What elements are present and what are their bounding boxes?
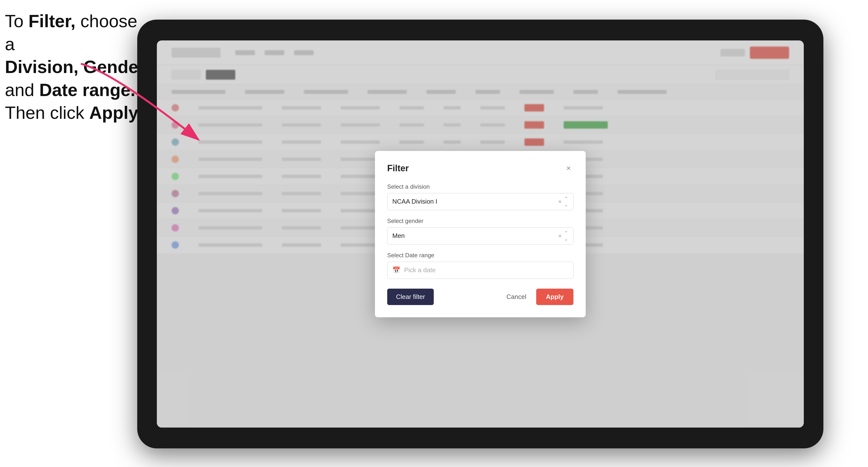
date-range-label: Select Date range bbox=[387, 252, 574, 259]
date-placeholder: Pick a date bbox=[404, 266, 436, 274]
division-arrow-icon: ⌃⌄ bbox=[564, 196, 568, 208]
filter-modal: Filter × Select a division NCAA Division… bbox=[375, 151, 586, 317]
gender-field: Select gender Men × ⌃⌄ bbox=[387, 218, 574, 245]
gender-select-value: Men bbox=[392, 232, 405, 240]
instruction-text: To Filter, choose a Division, Gender and… bbox=[5, 10, 152, 124]
apply-button[interactable]: Apply bbox=[536, 289, 574, 305]
division-select-controls: × ⌃⌄ bbox=[558, 196, 568, 208]
division-select[interactable]: NCAA Division I × ⌃⌄ bbox=[387, 193, 574, 210]
tablet-screen: Filter × Select a division NCAA Division… bbox=[157, 40, 804, 428]
modal-header: Filter × bbox=[387, 163, 574, 174]
instruction-bold-apply: Apply. bbox=[89, 103, 142, 123]
cancel-button[interactable]: Cancel bbox=[502, 289, 531, 305]
modal-overlay: Filter × Select a division NCAA Division… bbox=[157, 40, 804, 428]
instruction-bold-date: Date range. bbox=[39, 80, 135, 100]
division-clear-icon[interactable]: × bbox=[558, 198, 562, 205]
tablet-device: Filter × Select a division NCAA Division… bbox=[137, 20, 824, 448]
modal-footer-left: Clear filter bbox=[387, 289, 434, 305]
gender-clear-icon[interactable]: × bbox=[558, 232, 562, 239]
date-range-input[interactable]: 📅 Pick a date bbox=[387, 262, 574, 279]
gender-label: Select gender bbox=[387, 218, 574, 224]
instruction-bold-division-gender: Division, Gender bbox=[5, 57, 145, 77]
modal-footer-right: Cancel Apply bbox=[502, 289, 574, 305]
gender-select-controls: × ⌃⌄ bbox=[558, 230, 568, 242]
division-select-value: NCAA Division I bbox=[392, 198, 437, 205]
calendar-icon: 📅 bbox=[392, 266, 400, 274]
modal-footer: Clear filter Cancel Apply bbox=[387, 289, 574, 305]
instruction-bold-filter: Filter, bbox=[28, 11, 75, 31]
modal-title: Filter bbox=[387, 163, 409, 174]
division-label: Select a division bbox=[387, 183, 574, 190]
modal-close-button[interactable]: × bbox=[564, 163, 574, 173]
division-field: Select a division NCAA Division I × ⌃⌄ bbox=[387, 183, 574, 210]
clear-filter-button[interactable]: Clear filter bbox=[387, 289, 434, 305]
date-range-field: Select Date range 📅 Pick a date bbox=[387, 252, 574, 279]
gender-arrow-icon: ⌃⌄ bbox=[564, 230, 568, 242]
gender-select[interactable]: Men × ⌃⌄ bbox=[387, 227, 574, 245]
